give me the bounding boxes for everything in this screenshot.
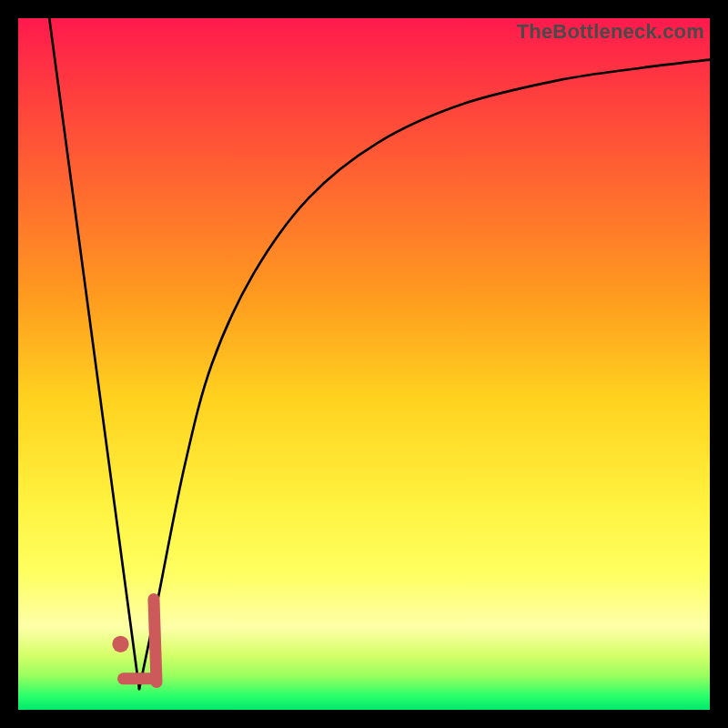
curve-left-branch xyxy=(49,18,139,689)
marker-j-vertical xyxy=(154,599,157,682)
chart-svg xyxy=(18,18,710,710)
watermark-text: TheBottleneck.com xyxy=(517,20,704,44)
marker-j-shape xyxy=(112,599,157,682)
curve-right-branch xyxy=(139,60,710,690)
chart-frame: TheBottleneck.com xyxy=(0,0,728,728)
bottleneck-curve xyxy=(49,18,710,689)
plot-area: TheBottleneck.com xyxy=(18,18,710,710)
marker-dot xyxy=(112,636,128,652)
